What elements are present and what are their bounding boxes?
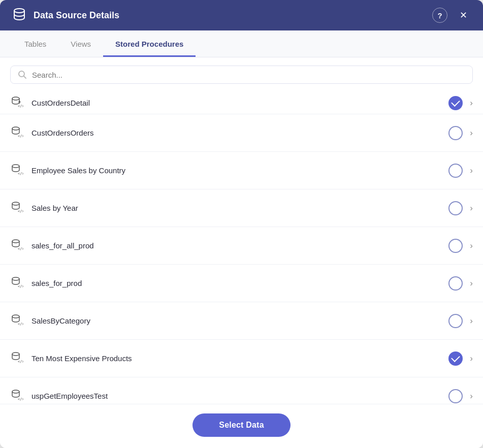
procedure-name: Employee Sales by Country <box>31 166 448 175</box>
svg-point-14 <box>12 315 19 318</box>
search-icon <box>18 70 27 79</box>
procedure-radio[interactable] <box>448 96 463 110</box>
procedure-name: sales_for_prod <box>31 279 448 287</box>
svg-point-0 <box>14 9 24 13</box>
header: Data Source Details ? ✕ <box>0 0 483 30</box>
svg-point-6 <box>12 165 19 168</box>
tab-tables[interactable]: Tables <box>12 30 58 57</box>
chevron-icon: › <box>470 128 473 138</box>
chevron-icon: › <box>470 316 473 326</box>
procedure-radio[interactable] <box>448 351 463 366</box>
svg-point-8 <box>12 202 19 205</box>
svg-text:</>: </> <box>18 247 23 251</box>
procedure-name: SalesByCategory <box>31 316 448 325</box>
procedure-radio[interactable] <box>448 201 463 215</box>
svg-point-16 <box>12 353 19 356</box>
dialog-title: Data Source Details <box>34 10 432 21</box>
list-item[interactable]: </> SalesByCategory › <box>0 302 483 340</box>
list-item[interactable]: </> uspGetEmployeesTest › <box>0 377 483 404</box>
chevron-icon: › <box>470 241 473 251</box>
procedure-radio[interactable] <box>448 314 463 328</box>
chevron-icon: › <box>470 354 473 364</box>
chevron-icon: › <box>470 278 473 289</box>
svg-text:</>: </> <box>18 322 23 326</box>
svg-text:</>: </> <box>18 284 23 289</box>
chevron-icon: › <box>470 98 473 108</box>
procedure-name: CustOrdersDetail <box>31 99 448 107</box>
list-item[interactable]: </> Sales by Year › <box>0 189 483 227</box>
procedure-list: </> CustOrdersDetail › </> CustOrdersOrd… <box>0 92 483 404</box>
search-bar <box>0 57 483 92</box>
procedure-icon: </> <box>10 163 23 178</box>
svg-point-18 <box>12 390 19 393</box>
list-item[interactable]: </> Ten Most Expensive Products › <box>0 340 483 377</box>
tabs-bar: Tables Views Stored Procedures <box>0 30 483 57</box>
procedure-name: Sales by Year <box>31 204 448 212</box>
close-button[interactable]: ✕ <box>456 8 471 23</box>
procedure-radio[interactable] <box>448 239 463 253</box>
svg-text:</>: </> <box>18 360 23 364</box>
tab-stored-procedures[interactable]: Stored Procedures <box>103 30 196 57</box>
procedure-icon: </> <box>10 238 23 253</box>
chevron-icon: › <box>470 203 473 213</box>
search-input[interactable] <box>32 71 465 79</box>
procedure-radio[interactable] <box>448 276 463 291</box>
list-item[interactable]: </> CustOrdersDetail › <box>0 92 483 114</box>
procedure-name: Ten Most Expensive Products <box>31 354 448 363</box>
tab-views[interactable]: Views <box>58 30 103 57</box>
procedure-icon: </> <box>10 276 23 291</box>
procedure-icon: </> <box>10 313 23 329</box>
svg-text:</>: </> <box>18 209 23 213</box>
procedure-icon: </> <box>10 351 23 366</box>
procedure-radio[interactable] <box>448 164 463 178</box>
svg-text:</>: </> <box>18 172 23 176</box>
list-item[interactable]: </> CustOrdersOrders › <box>0 114 483 152</box>
svg-text:</>: </> <box>18 104 23 108</box>
header-actions: ? ✕ <box>432 8 471 23</box>
svg-text:</>: </> <box>18 134 23 138</box>
database-icon <box>12 7 26 23</box>
list-item[interactable]: </> sales_for_prod › <box>0 265 483 302</box>
svg-point-12 <box>12 277 19 280</box>
select-data-button[interactable]: Select Data <box>192 413 290 437</box>
procedure-icon: </> <box>10 95 23 111</box>
svg-point-4 <box>12 127 19 130</box>
search-input-wrapper <box>10 66 473 84</box>
procedure-radio[interactable] <box>448 126 463 140</box>
list-item[interactable]: </> sales_for_all_prod › <box>0 227 483 265</box>
help-button[interactable]: ? <box>432 8 447 23</box>
procedure-name: CustOrdersOrders <box>31 129 448 137</box>
procedure-icon: </> <box>10 389 23 404</box>
dialog: Data Source Details ? ✕ Tables Views Sto… <box>0 0 483 448</box>
svg-point-10 <box>12 240 19 243</box>
list-item[interactable]: </> Employee Sales by Country › <box>0 152 483 189</box>
procedure-icon: </> <box>10 201 23 216</box>
procedure-name: sales_for_all_prod <box>31 241 448 250</box>
svg-text:</>: </> <box>18 397 23 401</box>
svg-point-2 <box>12 97 19 100</box>
chevron-icon: › <box>470 391 473 401</box>
chevron-icon: › <box>470 166 473 176</box>
procedure-icon: </> <box>10 125 23 141</box>
procedure-radio[interactable] <box>448 389 463 403</box>
footer: Select Data <box>0 404 483 448</box>
procedure-name: uspGetEmployeesTest <box>31 392 448 400</box>
